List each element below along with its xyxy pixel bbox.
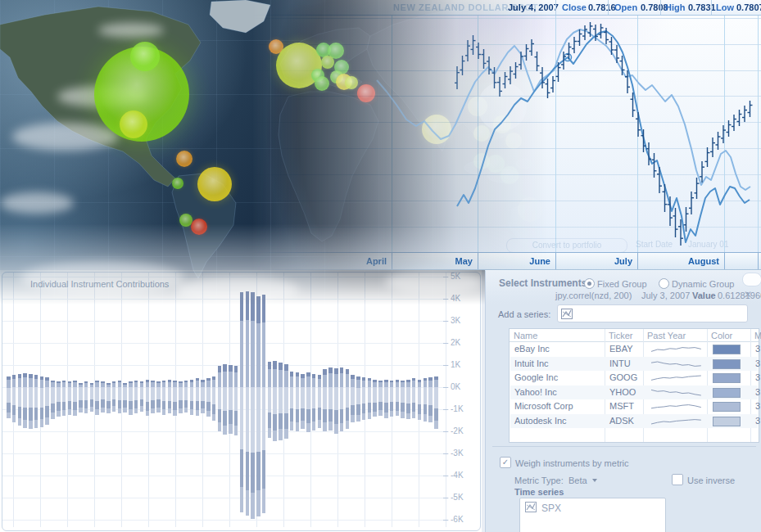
contribution-bar [268, 362, 272, 438]
axis-divider [637, 253, 638, 269]
dynamic-group-radio[interactable] [659, 278, 669, 289]
metric-cell-clipped: 3 [755, 401, 760, 411]
contribution-bar [301, 374, 305, 430]
section-divider [492, 446, 756, 447]
axis-tick [443, 453, 448, 454]
instrument-ticker: INTU [609, 358, 631, 368]
time-axis[interactable]: April May June July August [0, 252, 761, 270]
col-name[interactable]: Name [514, 331, 537, 340]
gridline [2, 277, 449, 277]
axis-divider [392, 253, 392, 269]
gridline [2, 343, 449, 344]
value-label: Value [692, 291, 716, 300]
past-year-sparkline [648, 358, 705, 371]
contribution-bar [156, 381, 161, 413]
metric-type-dropdown[interactable]: Beta [568, 476, 587, 485]
gridline [2, 498, 449, 498]
axis-tick [443, 387, 448, 388]
contribution-bar [84, 381, 88, 413]
contribution-bar [229, 365, 233, 434]
contribution-bar [362, 377, 366, 421]
color-swatch[interactable] [713, 402, 741, 412]
contribution-bar [51, 381, 55, 419]
contribution-bar [290, 372, 294, 431]
fixed-group-label[interactable]: Fixed Group [597, 279, 647, 289]
past-year-sparkline [648, 400, 705, 413]
contribution-bar [29, 374, 33, 429]
dropdown-arrow-icon[interactable] [592, 479, 597, 482]
series-chart-icon [525, 502, 537, 512]
contribution-bar [212, 376, 216, 421]
fixed-group-radio[interactable] [584, 278, 595, 289]
gridline [2, 520, 449, 521]
past-year-sparkline [648, 343, 705, 356]
instrument-ticker: ADSK [609, 416, 634, 426]
past-year-sparkline [648, 386, 705, 399]
gridline [446, 273, 446, 527]
instrument-name: Google Inc [514, 372, 558, 382]
contribution-bar [284, 364, 288, 440]
instruments-table[interactable]: Name Ticker Past Year Color M eBay IncEB… [509, 328, 759, 443]
metric-cell-clipped: 3 [755, 387, 760, 397]
contribution-bar [201, 380, 205, 414]
contribution-bar [168, 380, 172, 414]
contribution-bar [384, 380, 388, 418]
color-swatch[interactable] [713, 359, 741, 369]
contribution-bar [346, 369, 350, 429]
dynamic-group-label[interactable]: Dynamic Group [672, 279, 734, 289]
contribution-bar [73, 381, 77, 416]
scroll-pill[interactable] [742, 273, 761, 286]
table-row[interactable]: Microsoft CorpMSFT3 [510, 399, 758, 414]
contribution-bar [123, 383, 127, 413]
contribution-bar [368, 378, 372, 419]
use-inverse-checkbox[interactable] [672, 474, 683, 485]
contribution-bar [334, 368, 338, 434]
time-series-item-spx[interactable]: SPX [541, 503, 561, 514]
contribution-bar [95, 381, 99, 415]
contribution-bar [18, 374, 22, 426]
contribution-bar [68, 381, 72, 415]
col-pastyear[interactable]: Past Year [647, 331, 686, 340]
close-icon[interactable]: ✕ [744, 289, 752, 300]
table-row[interactable]: Yahoo! IncYHOO3 [510, 385, 758, 400]
color-swatch[interactable] [713, 373, 741, 383]
contribution-bar [62, 381, 66, 416]
month-june: June [490, 253, 550, 269]
instrument-name: Yahoo! Inc [514, 387, 557, 397]
table-row[interactable]: eBay IncEBAY3 [510, 342, 758, 357]
color-swatch[interactable] [713, 388, 741, 398]
color-swatch[interactable] [713, 417, 741, 426]
contribution-bar [246, 291, 250, 516]
nzd-price-chart [0, 0, 761, 252]
contribution-bar [190, 380, 194, 415]
instrument-ticker: YHOO [609, 387, 636, 397]
instrument-ticker: GOOG [609, 372, 637, 382]
table-row[interactable]: Autodesk IncADSK3 [510, 414, 758, 429]
contribution-bar [101, 381, 105, 413]
contribution-bar [262, 295, 266, 513]
color-swatch[interactable] [713, 345, 741, 354]
weigh-label[interactable]: Weigh instruments by metric [515, 458, 629, 468]
contribution-bar [151, 381, 155, 414]
table-row[interactable]: Intuit IncINTU3 [510, 357, 758, 372]
contribution-bar [79, 383, 83, 413]
panel-title: Select Instruments [499, 277, 587, 289]
table-row[interactable]: Google IncGOOG3 [510, 371, 758, 385]
contribution-bar [256, 296, 260, 516]
series-chart-icon [561, 309, 573, 319]
contribution-bar [206, 378, 211, 417]
contribution-bar [184, 381, 188, 413]
contribution-bar [234, 366, 238, 435]
weigh-checkbox[interactable]: ✓ [500, 457, 511, 468]
col-ticker[interactable]: Ticker [609, 331, 633, 340]
use-inverse-label[interactable]: Use inverse [687, 476, 735, 485]
add-series-input[interactable] [557, 304, 748, 322]
time-series-listbox[interactable]: SPX [519, 498, 666, 532]
axis-tick [443, 520, 448, 521]
col-color[interactable]: Color [711, 331, 732, 340]
y-axis-label: 4K [451, 294, 478, 303]
contribution-bar [45, 377, 49, 425]
col-m[interactable]: M [754, 331, 761, 340]
y-axis-label: 3K [451, 316, 478, 325]
contribution-bar [406, 380, 410, 420]
